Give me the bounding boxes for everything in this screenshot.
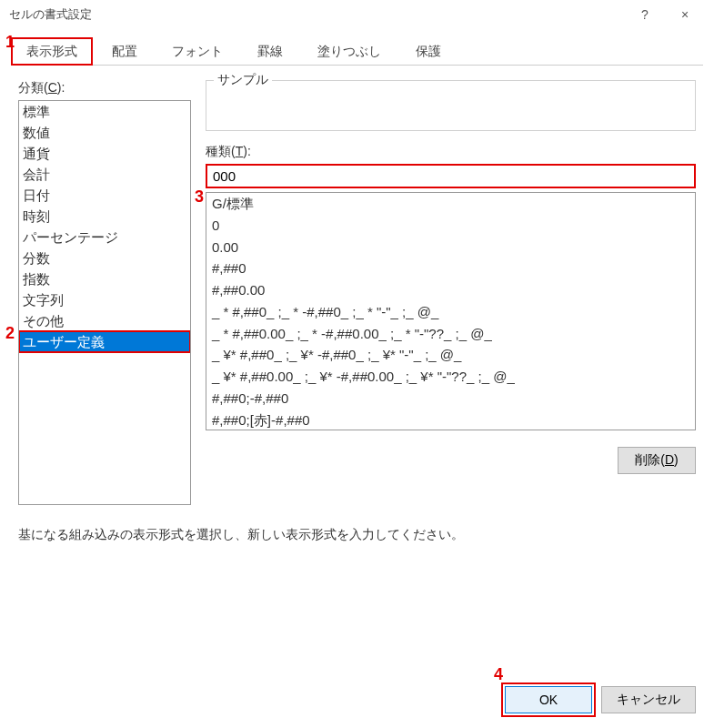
category-item-number[interactable]: 数値 — [19, 122, 190, 143]
format-item[interactable]: 0.00 — [206, 237, 695, 258]
category-item-currency[interactable]: 通貨 — [19, 143, 190, 164]
category-item-accounting[interactable]: 会計 — [19, 164, 190, 185]
cancel-button[interactable]: キャンセル — [601, 686, 696, 713]
tab-strip: 表示形式 配置 フォント 罫線 塗りつぶし 保護 — [11, 36, 703, 66]
category-item-text[interactable]: 文字列 — [19, 289, 190, 310]
format-item[interactable]: #,##0;[赤]-#,##0 — [206, 410, 695, 431]
category-item-time[interactable]: 時刻 — [19, 206, 190, 227]
tab-border[interactable]: 罫線 — [242, 37, 298, 66]
help-button[interactable]: ? — [625, 2, 665, 27]
delete-button[interactable]: 削除(D) — [618, 447, 696, 474]
category-item-custom[interactable]: ユーザー定義 — [19, 331, 190, 352]
format-item[interactable]: _ * #,##0_ ;_ * -#,##0_ ;_ * "-"_ ;_ @_ — [206, 301, 695, 323]
tab-alignment[interactable]: 配置 — [96, 37, 153, 66]
tab-fill[interactable]: 塗りつぶし — [302, 37, 397, 66]
format-item[interactable]: _ ¥* #,##0.00_ ;_ ¥* -#,##0.00_ ;_ ¥* "-… — [206, 366, 695, 388]
tab-font[interactable]: フォント — [156, 37, 238, 66]
format-item[interactable]: #,##0.00 — [206, 279, 695, 301]
callout-3: 3 — [195, 187, 204, 207]
format-item[interactable]: 0 — [206, 215, 695, 237]
window-title: セルの書式設定 — [9, 6, 625, 23]
title-bar: セルの書式設定 ? × — [0, 0, 714, 29]
category-item-other[interactable]: その他 — [19, 310, 190, 331]
format-item[interactable]: G/標準 — [206, 193, 695, 215]
format-item[interactable]: #,##0;-#,##0 — [206, 388, 695, 410]
hint-text: 基になる組み込みの表示形式を選択し、新しい表示形式を入力してください。 — [18, 527, 696, 543]
format-item[interactable]: _ * #,##0.00_ ;_ * -#,##0.00_ ;_ * "-"??… — [206, 323, 695, 345]
category-item-fraction[interactable]: 分数 — [19, 248, 190, 268]
sample-label: サンプル — [214, 72, 272, 88]
format-listbox[interactable]: G/標準 0 0.00 #,##0 #,##0.00 _ * #,##0_ ;_… — [206, 192, 696, 430]
type-input[interactable] — [206, 164, 696, 188]
category-item-percentage[interactable]: パーセンテージ — [19, 227, 190, 248]
type-label: 種類(T): — [206, 144, 696, 160]
category-item-date[interactable]: 日付 — [19, 185, 190, 206]
close-button[interactable]: × — [665, 2, 705, 27]
category-label: 分類(C): — [18, 80, 191, 96]
callout-4: 4 — [494, 665, 503, 684]
sample-group: サンプル — [206, 80, 696, 131]
tab-number-format[interactable]: 表示形式 — [11, 37, 93, 66]
category-listbox[interactable]: 標準 数値 通貨 会計 日付 時刻 パーセンテージ 分数 指数 文字列 その他 … — [18, 100, 191, 505]
format-item[interactable]: #,##0 — [206, 258, 695, 279]
ok-button[interactable]: OK — [505, 686, 592, 713]
dialog-footer: OK キャンセル — [505, 686, 696, 713]
category-item-scientific[interactable]: 指数 — [19, 268, 190, 289]
tab-protection[interactable]: 保護 — [400, 37, 457, 66]
callout-1: 1 — [5, 33, 15, 52]
callout-2: 2 — [5, 324, 15, 343]
format-item[interactable]: _ ¥* #,##0_ ;_ ¥* -#,##0_ ;_ ¥* "-"_ ;_ … — [206, 344, 695, 366]
category-item-standard[interactable]: 標準 — [19, 101, 190, 122]
